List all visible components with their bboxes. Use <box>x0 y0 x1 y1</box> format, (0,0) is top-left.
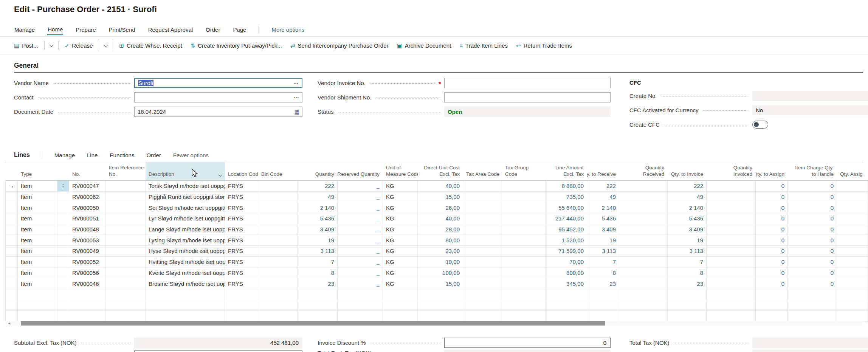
cell-reserved_qty[interactable]: _ <box>338 181 383 191</box>
cell-uom[interactable] <box>383 300 418 311</box>
cell-reserved_qty[interactable]: _ <box>338 246 383 256</box>
vendor-invoice-no-input[interactable] <box>444 78 611 88</box>
cell-no[interactable]: RV000051 <box>69 213 106 224</box>
cell-unit_cost[interactable]: 40,00 <box>418 213 463 224</box>
cell-dots[interactable]: ⋮ <box>57 181 69 191</box>
menu-request-approval[interactable]: Request Approval <box>148 25 193 35</box>
cell-quantity_received[interactable] <box>619 311 668 321</box>
cell-qty_to_assign[interactable]: 0 <box>756 257 788 267</box>
general-section-heading[interactable]: General <box>14 62 39 70</box>
table-row[interactable]: ItemRV000046Brosme Sløyd m/hode iset uop… <box>5 278 868 289</box>
cell-unit_cost[interactable]: 26,00 <box>418 202 463 213</box>
cell-uom[interactable] <box>383 289 418 300</box>
cell-qty_to_assign[interactable]: 0 <box>756 268 788 278</box>
cell-bin[interactable] <box>258 192 298 202</box>
menu-page[interactable]: Page <box>232 25 246 35</box>
column-header-bin[interactable]: Bin Code <box>258 162 298 180</box>
cell-location[interactable]: FRYS <box>225 224 258 235</box>
cell-qty_to_assign[interactable] <box>756 311 788 321</box>
cell-line_amount[interactable]: 800,00 <box>546 268 587 278</box>
cell-qty_to_assign[interactable]: 0 <box>756 213 788 224</box>
cell-uom[interactable] <box>383 311 418 321</box>
cell-quantity_invoiced[interactable] <box>707 246 756 256</box>
table-row[interactable] <box>5 289 868 300</box>
cell-qty_assigned[interactable] <box>837 202 868 213</box>
cell-qty_to_invoice[interactable]: 3 409 <box>668 224 707 235</box>
table-row[interactable]: ItemRV000048Lange Sløyd m/hode iset uopp… <box>5 224 868 235</box>
cell-uom[interactable]: KG <box>383 278 418 289</box>
cell-item_ref[interactable] <box>106 311 146 321</box>
cell-no[interactable] <box>69 300 106 311</box>
cell-tax_area[interactable] <box>463 213 502 224</box>
cell-quantity_invoiced[interactable] <box>707 224 756 235</box>
contact-input[interactable]: ... <box>134 92 302 102</box>
cell-no[interactable] <box>69 311 106 321</box>
cell-line_amount[interactable]: 8 880,00 <box>546 181 587 191</box>
table-row[interactable] <box>5 311 868 322</box>
cell-tax_group[interactable] <box>502 246 546 256</box>
cell-qty_to_receive[interactable]: 49 <box>587 192 619 202</box>
cell-line_amount[interactable]: 1 520,00 <box>546 235 587 245</box>
cell-tax_area[interactable] <box>463 289 502 300</box>
table-row[interactable] <box>5 300 868 311</box>
cell-qty_to_assign[interactable]: 0 <box>756 278 788 289</box>
cell-uom[interactable]: KG <box>383 257 418 267</box>
cell-location[interactable] <box>225 289 258 300</box>
cell-tax_area[interactable] <box>463 224 502 235</box>
cell-tax_area[interactable] <box>463 300 502 311</box>
table-row[interactable]: ItemRV000052Hvitting Sløyd m/hode iset u… <box>5 257 868 268</box>
cell-bin[interactable] <box>258 257 298 267</box>
cell-qty_to_assign[interactable]: 0 <box>756 192 788 202</box>
cell-qty_to_invoice[interactable]: 49 <box>668 192 707 202</box>
cell-reserved_qty[interactable]: _ <box>338 213 383 224</box>
cell-quantity_invoiced[interactable] <box>707 235 756 245</box>
column-header-item_charge_qty_to_handle[interactable]: Item Charge Qty. to Handle <box>788 162 837 180</box>
cell-tax_group[interactable] <box>502 257 546 267</box>
return-trade-items-button[interactable]: ↩ Return Trade Items <box>512 40 576 51</box>
cell-reserved_qty[interactable] <box>338 300 383 311</box>
vendor-shipment-no-input[interactable] <box>444 92 611 102</box>
cell-qty_to_assign[interactable]: 0 <box>756 235 788 245</box>
cell-item_charge_qty_to_handle[interactable]: 0 <box>788 202 837 213</box>
cell-description[interactable] <box>146 300 225 311</box>
cell-tax_group[interactable] <box>502 311 546 321</box>
cell-qty_to_invoice[interactable] <box>668 311 707 321</box>
table-row[interactable]: ItemRV000051Lyr Sløyd m/hode iset uoppgi… <box>5 213 868 224</box>
send-intercompany-po-button[interactable]: ⇄ Send Intercompany Purchase Order <box>286 40 393 51</box>
cell-bin[interactable] <box>258 213 298 224</box>
cell-reserved_qty[interactable] <box>338 311 383 321</box>
cell-type[interactable] <box>18 311 57 321</box>
cell-tax_group[interactable] <box>502 202 546 213</box>
post-button[interactable]: ▤ Post... <box>10 40 42 51</box>
cell-quantity_received[interactable] <box>619 300 668 311</box>
cell-description[interactable]: Pigghå Rund iset uoppgitt større... <box>146 192 225 202</box>
cell-tax_area[interactable] <box>463 192 502 202</box>
cell-unit_cost[interactable] <box>418 311 463 321</box>
cell-description[interactable] <box>146 311 225 321</box>
cell-unit_cost[interactable]: 28,00 <box>418 224 463 235</box>
cell-quantity[interactable]: 5 436 <box>298 213 338 224</box>
cell-item_ref[interactable] <box>106 202 146 213</box>
cell-qty_to_assign[interactable] <box>756 300 788 311</box>
cell-quantity[interactable]: 3 113 <box>298 246 338 256</box>
cell-qty_assigned[interactable] <box>837 181 868 191</box>
cell-reserved_qty[interactable]: _ <box>338 202 383 213</box>
cell-bin[interactable] <box>258 202 298 213</box>
cell-item_charge_qty_to_handle[interactable]: 0 <box>788 246 837 256</box>
cell-quantity[interactable]: 2 140 <box>298 202 338 213</box>
cell-unit_cost[interactable] <box>418 300 463 311</box>
cell-unit_cost[interactable]: 80,00 <box>418 235 463 245</box>
document-date-input[interactable]: 18.04.2024 ▦ <box>134 107 302 117</box>
cell-quantity[interactable] <box>298 300 338 311</box>
cell-reserved_qty[interactable]: _ <box>338 268 383 278</box>
cell-qty_to_receive[interactable]: 3 113 <box>587 246 619 256</box>
cell-no[interactable]: RV000062 <box>69 192 106 202</box>
cell-description[interactable]: Brosme Sløyd m/hode iset uopp... <box>146 278 225 289</box>
column-header-uom[interactable]: Unit of Measure Code <box>383 162 418 180</box>
table-row[interactable]: ItemRV000049Hyse Sløyd m/hode iset uoppg… <box>5 246 868 257</box>
cell-qty_to_invoice[interactable]: 8 <box>668 268 707 278</box>
cell-uom[interactable]: KG <box>383 202 418 213</box>
cell-qty_to_invoice[interactable] <box>668 289 707 300</box>
cell-location[interactable]: FRYS <box>225 257 258 267</box>
cell-tax_area[interactable] <box>463 202 502 213</box>
